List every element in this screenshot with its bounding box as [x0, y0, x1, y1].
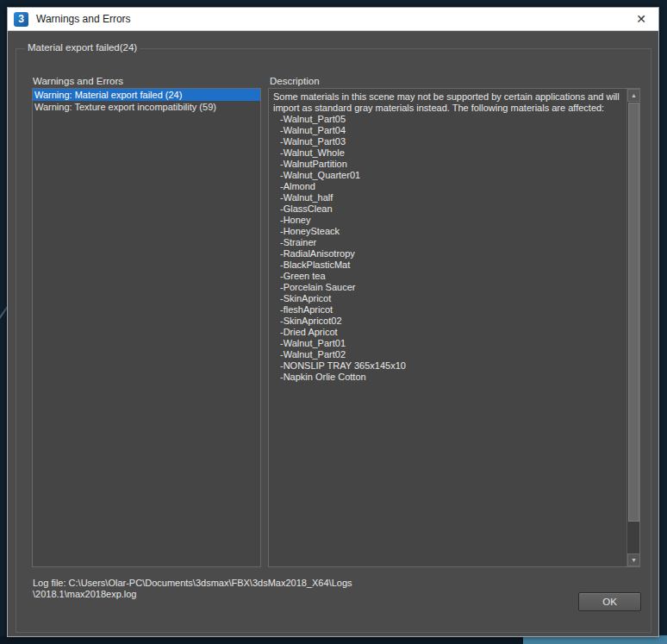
material-line: -SkinApricot02: [273, 316, 623, 327]
material-line: -Walnut_Part04: [273, 125, 623, 136]
material-line: -BlackPlasticMat: [273, 259, 623, 271]
material-line: -Walnut_Part02: [273, 349, 623, 360]
log-file-path: Log file: C:\Users\Olar-PC\Documents\3ds…: [33, 578, 515, 600]
material-line: -Walnut_Part03: [273, 136, 623, 147]
log-path-line2: \2018.1\max2018exp.log: [33, 589, 515, 600]
window-title: Warnings and Errors: [36, 13, 131, 25]
description-scrollbar[interactable]: ▲ ▼: [626, 89, 639, 566]
scrollbar-thumb[interactable]: [628, 103, 639, 522]
material-line: -Walnut_Part05: [273, 114, 623, 125]
material-line: -Strainer: [273, 237, 623, 248]
ok-button[interactable]: OK: [578, 592, 641, 611]
material-line: -Almond: [273, 181, 623, 192]
material-line: -Green tea: [273, 271, 623, 282]
warning-list-item[interactable]: Warning: Texture export incompatibility …: [33, 101, 260, 113]
warning-list-item[interactable]: Warning: Material export failed (24): [33, 89, 260, 101]
material-line: -WalnutPartition: [273, 159, 623, 170]
warnings-list[interactable]: Warning: Material export failed (24)Warn…: [32, 88, 261, 567]
material-line: -Walnut_Part01: [273, 338, 623, 349]
material-line: -Napkin Orlie Cotton: [273, 372, 623, 383]
close-icon[interactable]: ✕: [633, 10, 650, 28]
material-line: -fleshApricot: [273, 304, 623, 316]
log-path-line1: Log file: C:\Users\Olar-PC\Documents\3ds…: [33, 578, 515, 589]
material-line: -GlassClean: [273, 203, 623, 215]
description-box[interactable]: Some materials in this scene may not be …: [268, 88, 640, 567]
materials-list: -Walnut_Part05-Walnut_Part04-Walnut_Part…: [273, 114, 623, 383]
material-line: -RadialAnisotropy: [273, 248, 623, 259]
3dsmax-logo-icon: 3: [14, 12, 28, 27]
material-line: -HoneySteack: [273, 226, 623, 237]
material-line: -Honey: [273, 215, 623, 226]
material-line: -NONSLIP TRAY 365x145x10: [273, 360, 623, 372]
warnings-list-label: Warnings and Errors: [33, 76, 123, 86]
description-text: Some materials in this scene may not be …: [269, 89, 626, 566]
scroll-up-icon[interactable]: ▲: [627, 89, 640, 102]
material-line: -Walnut_Whole: [273, 147, 623, 159]
warnings-errors-dialog: 3 Warnings and Errors ✕ Material export …: [7, 7, 659, 637]
material-line: -SkinApricot: [273, 293, 623, 304]
material-line: -Dried Apricot: [273, 327, 623, 338]
material-line: -Porcelain Saucer: [273, 282, 623, 293]
titlebar[interactable]: 3 Warnings and Errors ✕: [8, 8, 658, 31]
material-line: -Walnut_half: [273, 192, 623, 203]
scroll-down-icon[interactable]: ▼: [627, 553, 640, 566]
description-label: Description: [270, 76, 320, 86]
group-box-label: Material export failed(24): [25, 42, 140, 53]
material-line: -Walnut_Quarter01: [273, 170, 623, 181]
description-intro: Some materials in this scene may not be …: [273, 91, 623, 114]
